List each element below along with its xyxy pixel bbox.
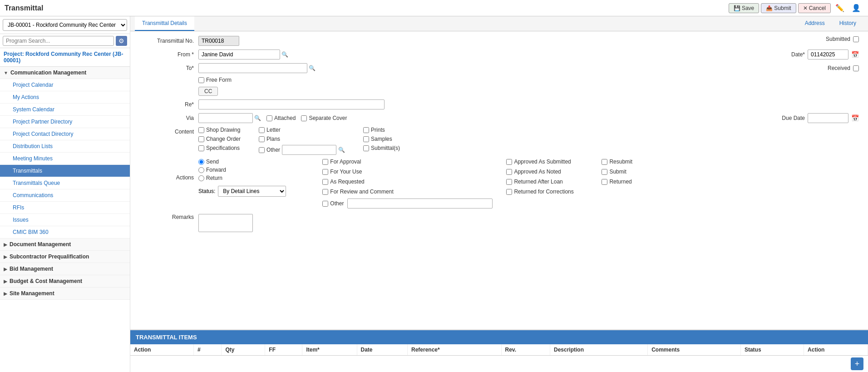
- as-requested-label[interactable]: As Requested: [322, 179, 493, 185]
- approved-as-noted-label[interactable]: Approved As Noted: [506, 169, 588, 175]
- re-input[interactable]: [198, 99, 385, 109]
- nav-item-cmic-bim-360[interactable]: CMIC BIM 360: [0, 226, 130, 238]
- prints-checkbox[interactable]: [363, 127, 369, 133]
- nav-item-transmittals[interactable]: Transmittals: [0, 165, 130, 177]
- action-forward-label[interactable]: Forward: [198, 167, 286, 173]
- for-approval-label[interactable]: For Approval: [322, 159, 493, 165]
- via-input[interactable]: [198, 113, 253, 123]
- nav-item-my-actions[interactable]: My Actions: [0, 91, 130, 104]
- nav-item-issues[interactable]: Issues: [0, 214, 130, 226]
- other-content-label[interactable]: Other: [259, 147, 280, 153]
- returned-checkbox[interactable]: [602, 179, 607, 185]
- attached-label[interactable]: Attached: [266, 115, 296, 121]
- submittals-checkbox[interactable]: [363, 145, 369, 151]
- via-search-icon[interactable]: 🔍: [254, 115, 261, 121]
- to-input[interactable]: [198, 63, 307, 73]
- program-search-input[interactable]: [3, 36, 114, 46]
- status-select[interactable]: By Detail Lines Approved Rejected Pendin…: [218, 186, 286, 197]
- gear-button[interactable]: ⚙: [116, 36, 127, 46]
- separate-cover-label[interactable]: Separate Cover: [301, 115, 347, 121]
- date-input[interactable]: [808, 50, 848, 60]
- nav-item-distribution-lists[interactable]: Distribution Lists: [0, 140, 130, 153]
- nav-group-document-management[interactable]: ▶ Document Management: [0, 238, 130, 251]
- nav-group-subcontractor[interactable]: ▶ Subcontractor Prequalification: [0, 251, 130, 263]
- returned-after-loan-checkbox[interactable]: [506, 179, 512, 185]
- nav-item-system-calendar[interactable]: System Calendar: [0, 104, 130, 116]
- approved-as-submitted-label[interactable]: Approved As Submitted: [506, 159, 588, 165]
- submit-button[interactable]: 📤 Submit: [761, 3, 796, 13]
- for-your-use-checkbox[interactable]: [322, 169, 328, 175]
- tab-address[interactable]: Address: [798, 16, 832, 31]
- for-approval-checkbox[interactable]: [322, 159, 328, 165]
- change-order-label[interactable]: Change Order: [198, 136, 241, 142]
- action-return-radio[interactable]: [198, 175, 204, 181]
- approved-as-noted-checkbox[interactable]: [506, 169, 512, 175]
- nav-group-communication[interactable]: ▼ Communication Management: [0, 67, 130, 79]
- action-forward-radio[interactable]: [198, 167, 204, 173]
- returned-for-corrections-label[interactable]: Returned for Corrections: [506, 188, 588, 195]
- from-input[interactable]: [198, 50, 280, 60]
- action-send-label[interactable]: Send: [198, 159, 286, 165]
- attached-checkbox[interactable]: [266, 115, 272, 121]
- change-order-checkbox[interactable]: [198, 136, 204, 142]
- due-date-input[interactable]: [808, 113, 848, 123]
- prints-label[interactable]: Prints: [363, 127, 400, 133]
- to-search-icon[interactable]: 🔍: [309, 65, 316, 71]
- resubmit-label[interactable]: Resubmit: [602, 159, 647, 165]
- letter-checkbox[interactable]: [259, 127, 265, 133]
- resubmit-checkbox[interactable]: [602, 159, 607, 165]
- action-send-radio[interactable]: [198, 159, 204, 165]
- letter-label[interactable]: Letter: [259, 127, 345, 133]
- other-search-icon[interactable]: 🔍: [338, 147, 345, 153]
- nav-item-project-calendar[interactable]: Project Calendar: [0, 79, 130, 91]
- edit-icon-button[interactable]: ✏️: [833, 2, 847, 14]
- nav-item-meeting-minutes[interactable]: Meeting Minutes: [0, 153, 130, 165]
- free-form-label[interactable]: Free Form: [198, 77, 232, 83]
- date-calendar-icon[interactable]: 📅: [851, 51, 859, 58]
- other-right-input[interactable]: [347, 198, 493, 208]
- plans-checkbox[interactable]: [259, 136, 265, 142]
- other-right-label[interactable]: Other: [322, 200, 344, 207]
- other-right-checkbox[interactable]: [322, 201, 328, 207]
- due-date-calendar-icon[interactable]: 📅: [851, 114, 859, 122]
- other-content-checkbox[interactable]: [259, 147, 265, 153]
- user-icon-button[interactable]: 👤: [849, 2, 863, 14]
- nav-group-budget[interactable]: ▶ Budget & Cost Management: [0, 275, 130, 288]
- submit-right-label[interactable]: Submit: [602, 169, 647, 175]
- submittals-label[interactable]: Submittal(s): [363, 145, 400, 151]
- tab-transmittal-details[interactable]: Transmittal Details: [135, 16, 194, 31]
- transmittal-no-input[interactable]: [198, 36, 239, 46]
- nav-item-project-partner-directory[interactable]: Project Partner Directory: [0, 116, 130, 128]
- for-review-comment-label[interactable]: For Review and Comment: [322, 188, 493, 195]
- nav-item-rfis[interactable]: RFIs: [0, 202, 130, 214]
- action-return-label[interactable]: Return: [198, 175, 286, 181]
- other-content-input[interactable]: [282, 145, 336, 155]
- add-row-button[interactable]: +: [851, 357, 863, 370]
- nav-item-transmittals-queue[interactable]: Transmittals Queue: [0, 177, 130, 189]
- shop-drawing-checkbox[interactable]: [198, 127, 204, 133]
- save-button[interactable]: 💾 Save: [729, 3, 759, 13]
- for-your-use-label[interactable]: For Your Use: [322, 169, 493, 175]
- as-requested-checkbox[interactable]: [322, 179, 328, 185]
- plans-label[interactable]: Plans: [259, 136, 345, 142]
- remarks-textarea[interactable]: [198, 214, 253, 232]
- specifications-label[interactable]: Specifications: [198, 145, 241, 151]
- nav-item-project-contact-directory[interactable]: Project Contact Directory: [0, 128, 130, 140]
- project-select-wrapper[interactable]: JB-00001 - Rockford Community Rec Center: [0, 16, 130, 34]
- samples-checkbox[interactable]: [363, 136, 369, 142]
- returned-for-corrections-checkbox[interactable]: [506, 189, 512, 195]
- nav-item-communications[interactable]: Communications: [0, 189, 130, 202]
- shop-drawing-label[interactable]: Shop Drawing: [198, 127, 241, 133]
- project-select[interactable]: JB-00001 - Rockford Community Rec Center: [3, 19, 127, 31]
- for-review-comment-checkbox[interactable]: [322, 189, 328, 195]
- returned-after-loan-label[interactable]: Returned After Loan: [506, 179, 588, 185]
- cancel-button[interactable]: ✕ Cancel: [798, 3, 831, 13]
- approved-as-submitted-checkbox[interactable]: [506, 159, 512, 165]
- samples-label[interactable]: Samples: [363, 136, 400, 142]
- nav-group-site-management[interactable]: ▶ Site Management: [0, 288, 130, 300]
- specifications-checkbox[interactable]: [198, 145, 204, 151]
- returned-label[interactable]: Returned: [602, 179, 647, 185]
- tab-history[interactable]: History: [832, 16, 863, 31]
- submitted-checkbox[interactable]: [853, 36, 859, 42]
- cc-button[interactable]: CC: [198, 87, 218, 96]
